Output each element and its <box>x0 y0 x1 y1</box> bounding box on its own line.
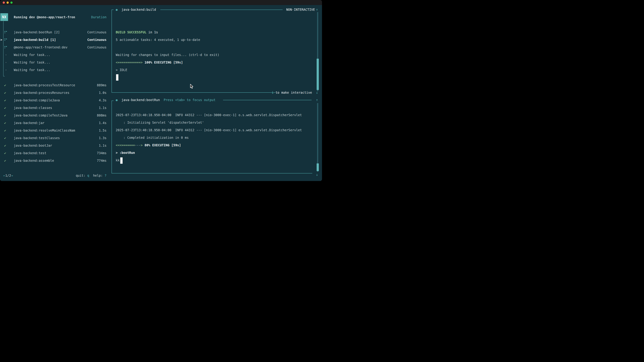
task-duration: Continuous <box>88 43 106 51</box>
pager-prev-arrow-icon[interactable]: ← <box>3 174 5 177</box>
task-row-done[interactable]: ✔ java-backend:jar 1.4s <box>0 119 106 127</box>
task-row[interactable]: @mono-app/react-frontend:dev Continuous <box>0 43 106 51</box>
pager: ←1/2→ <box>3 172 13 179</box>
task-duration: 1.3s <box>99 134 106 142</box>
panel-dot-icon: ● <box>116 8 118 11</box>
task-row[interactable]: java-backend:bootRun [2] Continuous <box>0 28 106 36</box>
task-duration: 1.0s <box>99 89 106 96</box>
gradle-progress-line: <<<=======---> 80% EXECUTING [59s] <box>116 141 302 149</box>
checkmark-icon: ✔ <box>4 134 6 142</box>
sidebar-footer: ←1/2→ quit: q help: ? <box>3 172 106 179</box>
close-button[interactable] <box>3 1 5 4</box>
task-label: Waiting for task... <box>14 59 50 66</box>
task-duration: 1.1s <box>99 142 106 149</box>
task-row-done[interactable]: ✔ java-backend:test 734ms <box>0 149 106 157</box>
log-line: 2025-07-23T13:40:18.950-04:00 INFO 44312… <box>116 111 302 119</box>
task-row-done[interactable]: ✔ java-backend:assemble 774ms <box>0 157 106 164</box>
build-panel-title: java-backend:build <box>122 8 156 11</box>
task-row-done[interactable]: ✔ java-backend:testClasses 1.3s <box>0 134 106 142</box>
pager-next-arrow-icon[interactable]: → <box>11 174 13 177</box>
spinner-icon <box>4 31 7 33</box>
checkmark-icon: ✔ <box>4 119 6 127</box>
task-label: java-backend:resolveMainClassNam <box>14 127 75 134</box>
bootrun-panel-bottom-line <box>112 173 312 173</box>
bootrun-panel-scrollbar-track[interactable] <box>317 103 318 172</box>
completed-task-list: ✔ java-backend:processTestResource 889ms… <box>0 81 106 164</box>
minimize-button[interactable] <box>6 1 9 4</box>
panel-dot-icon: ● <box>116 98 118 102</box>
log-line: : Completed initialization in 0 ms <box>116 134 302 141</box>
build-panel-scrollbar-thumb[interactable] <box>317 59 319 90</box>
gradle-progress-line: <============> 100% EXECUTING [59s] <box>116 59 219 66</box>
terminal-cursor <box>120 157 122 164</box>
task-label: java-backend:bootJar <box>14 142 52 149</box>
waiting-dot-icon: · <box>5 66 7 74</box>
checkmark-icon: ✔ <box>4 127 6 134</box>
task-duration: 1.4s <box>99 119 106 127</box>
bootrun-panel-header-line <box>223 100 312 100</box>
log-line: 2025-07-23T13:40:18.950-04:00 INFO 44312… <box>116 126 302 134</box>
spinner-icon <box>4 38 7 41</box>
task-label: java-backend:assemble <box>14 157 54 164</box>
build-panel-header[interactable]: ● java-backend:build <box>116 6 156 13</box>
task-duration: 734ms <box>97 149 106 157</box>
task-row-waiting[interactable]: · Waiting for task... <box>0 66 106 74</box>
task-duration: Continuous <box>88 28 106 36</box>
maximize-button[interactable] <box>10 1 12 4</box>
bootrun-panel-output: 2025-07-23T13:40:18.950-04:00 INFO 44312… <box>116 111 302 164</box>
task-row-waiting[interactable]: · Waiting for task... <box>0 59 106 66</box>
task-label: java-backend:processResources <box>14 89 70 96</box>
checkmark-icon: ✔ <box>4 81 6 89</box>
task-row-done[interactable]: ✔ java-backend:processResources 1.0s <box>0 89 106 96</box>
checkmark-icon: ✔ <box>4 142 6 149</box>
spinner-icon <box>4 46 7 49</box>
focus-output-hint: Press <tab> to focus output <box>164 98 216 102</box>
help-key: ? <box>105 174 106 177</box>
interactive-hint-text: to make interactive <box>274 91 312 94</box>
bootrun-panel-title: java-backend:bootRun <box>122 98 160 102</box>
scroll-down-arrow-icon[interactable]: ↓ <box>316 171 318 178</box>
terminal-window: NX Running dev @mono-app/react-fron Dura… <box>0 0 322 181</box>
progress-bar-fill: ============ <box>118 60 140 64</box>
build-panel-header-line <box>160 9 282 10</box>
task-row-done[interactable]: ✔ java-backend:compileTestJava 808ms <box>0 112 106 119</box>
task-label: @mono-app/react-frontend:dev <box>14 43 68 51</box>
task-row-waiting[interactable]: · Waiting for task... <box>0 51 106 59</box>
task-label: java-backend:bootRun [2] <box>14 28 60 36</box>
bootrun-panel-header[interactable]: ● java-backend:bootRun Press <tab> to fo… <box>116 96 216 104</box>
task-row-done[interactable]: ✔ java-backend:bootJar 1.1s <box>0 142 106 149</box>
task-row-done[interactable]: ✔ java-backend:classes 1.1s <box>0 104 106 112</box>
running-task-list: java-backend:bootRun [2] Continuous java… <box>0 28 106 74</box>
duration-column-header: Duration <box>91 13 106 21</box>
task-label: java-backend:testClasses <box>14 134 60 142</box>
help-label: help: <box>93 174 103 177</box>
spacer <box>116 43 219 51</box>
task-label: java-backend:processTestResource <box>14 81 75 89</box>
build-successful-text: BUILD SUCCESSFUL <box>116 30 146 34</box>
task-duration: 1.1s <box>99 104 106 112</box>
sidebar-header: Running dev @mono-app/react-fron Duratio… <box>14 13 106 21</box>
task-label: java-backend:compileTestJava <box>14 112 68 119</box>
waiting-dot-icon: · <box>5 51 7 59</box>
bootrun-panel-scrollbar-thumb[interactable] <box>317 163 319 171</box>
scroll-up-arrow-icon[interactable]: ↑ <box>316 96 318 104</box>
task-duration: 774ms <box>97 157 106 164</box>
task-row-done[interactable]: ✔ java-backend:compileJava 4.3s <box>0 96 106 104</box>
quit-label: quit: <box>76 174 85 177</box>
task-row-selected[interactable]: java-backend:build [1] Continuous <box>0 36 106 43</box>
task-row-done[interactable]: ✔ java-backend:processTestResource 889ms <box>0 81 106 89</box>
task-row-done[interactable]: ✔ java-backend:resolveMainClassNam 1.5s <box>0 127 106 134</box>
bootrun-panel-border <box>112 100 114 173</box>
progress-bar-fill: ======= <box>122 143 135 147</box>
waiting-dot-icon: · <box>5 59 7 66</box>
task-label: java-backend:build [1] <box>14 36 56 43</box>
terminal-cursor <box>116 74 118 81</box>
keyboard-hints: quit: q help: ? <box>76 172 106 179</box>
interactive-hint: i to make interactive <box>272 89 312 96</box>
mouse-cursor-icon <box>190 84 194 89</box>
task-duration: 1.5s <box>99 127 106 134</box>
interactive-hint-key: i <box>272 91 274 94</box>
nx-logo: NX <box>0 13 8 21</box>
scroll-down-arrow-icon[interactable]: ↓ <box>316 89 318 96</box>
log-line: : Initializing Servlet 'dispatcherServle… <box>116 119 302 126</box>
